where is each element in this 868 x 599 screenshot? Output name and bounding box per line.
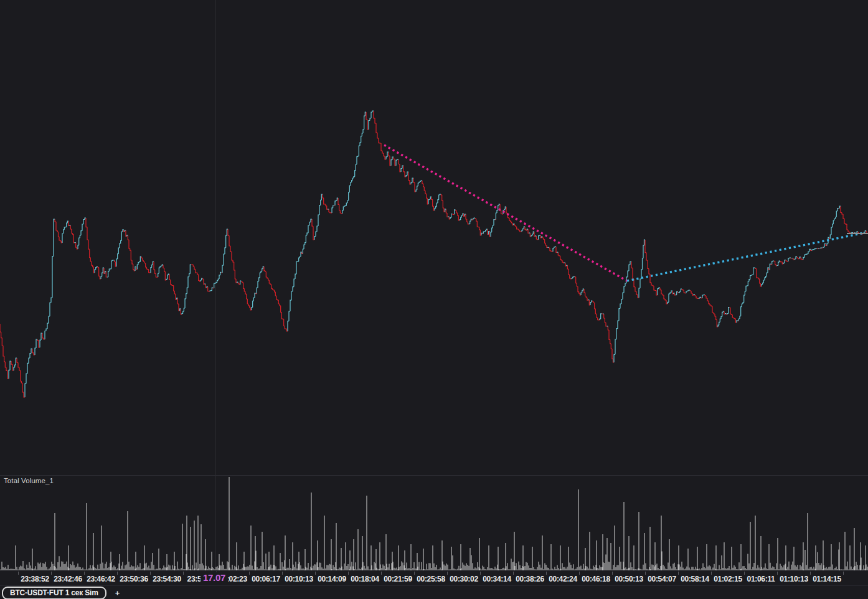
time-axis-label: 23:42:46 (54, 575, 82, 583)
tab-btc-usdt-fut-1s-sim[interactable]: BTC-USDT-FUT 1 сек Sim (2, 587, 106, 599)
time-axis: 23:38:5223:42:4623:46:4223:50:3623:54:30… (0, 573, 868, 585)
time-axis-label: 00:34:14 (483, 575, 511, 583)
add-chart-tab-button[interactable]: + (113, 588, 123, 598)
time-axis-label: 00:10:13 (285, 575, 313, 583)
trading-chart-window: Total Volume_1 23:38:5223:42:4623:46:422… (0, 0, 868, 599)
time-axis-label: 01:02:15 (714, 575, 742, 583)
time-axis-label: 00:30:02 (450, 575, 478, 583)
uptrend-trendline[interactable] (627, 233, 864, 281)
date-label: 17.07 (200, 572, 228, 583)
downtrend-trendline[interactable] (384, 145, 627, 281)
time-axis-label: 00:14:09 (318, 575, 346, 583)
time-axis-label: 00:38:26 (516, 575, 544, 583)
time-axis-label: 23:46:42 (87, 575, 115, 583)
time-axis-label: 23:50:36 (120, 575, 148, 583)
time-axis-label: 01:14:15 (813, 575, 841, 583)
time-axis-label: 00:50:13 (615, 575, 643, 583)
time-axis-label: 00:06:17 (252, 575, 280, 583)
volume-bars (1, 477, 867, 570)
time-axis-label: 00:58:14 (681, 575, 709, 583)
time-axis-label: 00:25:58 (417, 575, 445, 583)
price-series-down (0, 111, 867, 397)
time-axis-label: 00:46:18 (582, 575, 610, 583)
time-axis-label: 00:21:59 (384, 575, 412, 583)
time-axis-label: 00:18:04 (351, 575, 379, 583)
time-axis-label: 23:54:30 (153, 575, 181, 583)
time-axis-label: 00:42:24 (549, 575, 577, 583)
price-series-up (9, 111, 866, 397)
volume-indicator-label: Total Volume_1 (4, 477, 54, 484)
time-axis-label: 00:54:07 (648, 575, 676, 583)
time-axis-label: 01:10:13 (780, 575, 808, 583)
price-chart-canvas[interactable] (0, 0, 868, 599)
chart-tab-bar: BTC-USDT-FUT 1 сек Sim + (0, 585, 868, 599)
time-axis-label: 23:5 (187, 575, 202, 583)
time-axis-label: 23:38:52 (21, 575, 49, 583)
time-axis-label: 01:06:11 (747, 575, 775, 583)
